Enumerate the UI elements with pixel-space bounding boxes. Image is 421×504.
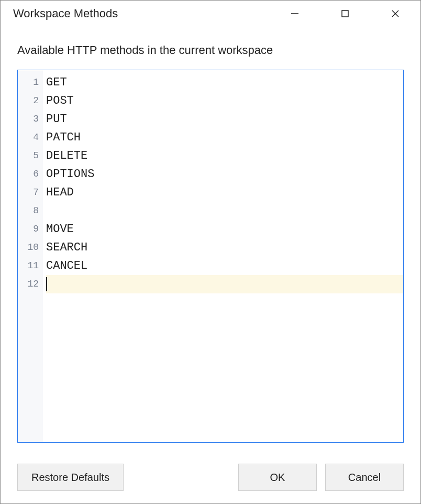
text-caret bbox=[46, 277, 47, 291]
line-number: 6 bbox=[24, 165, 39, 183]
line-number: 1 bbox=[24, 73, 39, 92]
line-number: 12 bbox=[24, 275, 39, 293]
minimize-button[interactable] bbox=[270, 1, 320, 27]
code-line[interactable]: OPTIONS bbox=[46, 165, 403, 183]
code-line[interactable]: PUT bbox=[46, 110, 403, 128]
dialog-subtitle: Available HTTP methods in the current wo… bbox=[17, 43, 404, 57]
code-area[interactable]: GETPOSTPUTPATCHDELETEOPTIONSHEADMOVESEAR… bbox=[43, 70, 403, 442]
close-icon bbox=[391, 9, 400, 18]
maximize-icon bbox=[341, 9, 349, 18]
button-spacer bbox=[132, 464, 230, 491]
dialog-content: Available HTTP methods in the current wo… bbox=[1, 27, 420, 459]
dialog-button-bar: Restore Defaults OK Cancel bbox=[1, 459, 420, 503]
code-line[interactable] bbox=[46, 275, 403, 293]
code-editor[interactable]: 123456789101112 GETPOSTPUTPATCHDELETEOPT… bbox=[17, 70, 404, 443]
line-number: 5 bbox=[24, 147, 39, 165]
dialog-window: Workspace Methods Available HTTP methods… bbox=[0, 0, 421, 504]
line-number-gutter: 123456789101112 bbox=[18, 70, 43, 442]
code-line[interactable]: MOVE bbox=[46, 220, 403, 238]
code-line[interactable]: SEARCH bbox=[46, 238, 403, 257]
titlebar: Workspace Methods bbox=[1, 1, 420, 27]
code-line[interactable]: HEAD bbox=[46, 183, 403, 202]
code-line[interactable]: POST bbox=[46, 92, 403, 110]
line-number: 8 bbox=[24, 202, 39, 220]
code-line[interactable] bbox=[46, 202, 403, 220]
minimize-icon bbox=[291, 9, 299, 18]
line-number: 3 bbox=[24, 110, 39, 128]
code-line[interactable]: CANCEL bbox=[46, 257, 403, 275]
window-title: Workspace Methods bbox=[13, 7, 270, 20]
close-button[interactable] bbox=[370, 1, 420, 27]
restore-defaults-button[interactable]: Restore Defaults bbox=[17, 464, 124, 491]
code-line[interactable]: GET bbox=[46, 73, 403, 92]
svg-rect-1 bbox=[342, 10, 348, 17]
line-number: 7 bbox=[24, 183, 39, 202]
maximize-button[interactable] bbox=[320, 1, 370, 27]
code-line[interactable]: PATCH bbox=[46, 128, 403, 147]
cancel-button[interactable]: Cancel bbox=[325, 464, 404, 491]
line-number: 11 bbox=[24, 257, 39, 275]
window-controls bbox=[270, 1, 420, 27]
ok-button[interactable]: OK bbox=[238, 464, 317, 491]
line-number: 4 bbox=[24, 128, 39, 147]
line-number: 10 bbox=[24, 238, 39, 257]
code-line[interactable]: DELETE bbox=[46, 147, 403, 165]
line-number: 2 bbox=[24, 92, 39, 110]
line-number: 9 bbox=[24, 220, 39, 238]
